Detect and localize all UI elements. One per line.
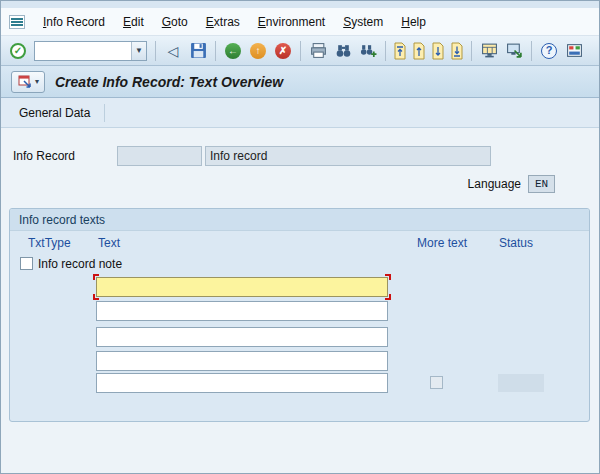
text-input-4[interactable]: [96, 351, 388, 371]
toolbar-separator: [104, 104, 105, 122]
status-display: [498, 374, 544, 392]
text-row-3: [96, 327, 388, 347]
column-header-more-text: More text: [417, 236, 467, 250]
menu-environment[interactable]: Environment: [250, 12, 333, 32]
column-header-txttype: TxtType: [28, 236, 71, 250]
first-page-icon: [392, 42, 408, 60]
menu-bar: Info Record Edit Goto Extras Environment…: [1, 8, 599, 36]
menu-system[interactable]: System: [335, 12, 391, 32]
enter-button[interactable]: ✓: [7, 40, 29, 62]
new-session-button[interactable]: [478, 40, 500, 62]
language-field: EN: [528, 175, 555, 193]
text-input-5[interactable]: [96, 373, 388, 393]
command-input[interactable]: [35, 43, 131, 59]
info-record-note-checkbox[interactable]: [20, 257, 33, 270]
back-button[interactable]: ◁: [162, 40, 184, 62]
info-record-number-field: [117, 146, 202, 166]
toolbar-separator: [155, 41, 156, 61]
help-question-icon: ?: [541, 43, 557, 59]
help-button[interactable]: ?: [538, 40, 560, 62]
menu-info-record[interactable]: Info Record: [35, 12, 113, 32]
title-bar-menu-button[interactable]: ▾: [11, 71, 45, 93]
print-button[interactable]: [307, 40, 329, 62]
save-floppy-icon: [190, 42, 207, 59]
next-page-button[interactable]: [430, 42, 446, 60]
selection-corner: [93, 274, 99, 280]
language-label: Language: [441, 177, 521, 191]
binoculars-plus-icon: [360, 42, 377, 59]
shortcut-icon: [506, 42, 523, 59]
screen-content: Info Record Info record Language EN Info…: [1, 128, 599, 468]
standard-toolbar: ✓ ▼ ◁ ← ↑ ✗: [1, 36, 599, 66]
text-input-3[interactable]: [96, 327, 388, 347]
toolbar-separator: [531, 41, 532, 61]
create-shortcut-button[interactable]: [503, 40, 525, 62]
last-page-button[interactable]: [449, 42, 465, 60]
sap-window: Info Record Edit Goto Extras Environment…: [0, 0, 600, 474]
info-record-note-label: Info record note: [38, 257, 122, 271]
text-row-1: [96, 277, 388, 297]
more-text-checkbox: [430, 376, 443, 389]
menu-extras[interactable]: Extras: [198, 12, 248, 32]
toolbar-separator: [385, 41, 386, 61]
first-page-button[interactable]: [392, 42, 408, 60]
info-record-texts-panel: Info record texts TxtType Text More text…: [9, 208, 590, 422]
enter-check-icon: ✓: [10, 43, 26, 59]
info-record-label: Info Record: [13, 149, 75, 163]
next-page-icon: [430, 42, 446, 60]
back-arrow-icon: ←: [225, 43, 241, 59]
save-button[interactable]: [187, 40, 209, 62]
toolbar-separator: [471, 41, 472, 61]
last-page-icon: [449, 42, 465, 60]
printer-icon: [310, 42, 327, 59]
previous-page-icon: [411, 42, 427, 60]
cancel-button[interactable]: ✗: [272, 40, 294, 62]
window-top-strip: [1, 1, 599, 8]
menu-goto[interactable]: Goto: [154, 12, 196, 32]
text-input-2[interactable]: [96, 301, 388, 321]
selection-corner: [385, 274, 391, 280]
menu-edit[interactable]: Edit: [115, 12, 152, 32]
panel-title: Info record texts: [19, 213, 105, 227]
page-title: Create Info Record: Text Overview: [55, 74, 283, 90]
command-dropdown-icon[interactable]: ▼: [131, 42, 146, 60]
customize-layout-icon: [566, 42, 583, 59]
back-triangle-icon: ◁: [168, 44, 179, 58]
column-header-text: Text: [98, 236, 120, 250]
text-row-5: [96, 373, 388, 393]
screen-icon: [17, 74, 33, 89]
binoculars-icon: [335, 42, 352, 59]
new-session-icon: [481, 42, 498, 59]
system-menu-icon[interactable]: [9, 15, 25, 29]
back-navigation-button[interactable]: ←: [222, 40, 244, 62]
toolbar-separator: [300, 41, 301, 61]
toolbar-separator: [215, 41, 216, 61]
selection-corner: [385, 294, 391, 300]
general-data-button[interactable]: General Data: [13, 102, 96, 124]
text-row-2: [96, 301, 388, 321]
text-row-4: [96, 351, 388, 371]
info-record-description-field: Info record: [205, 146, 491, 166]
find-button[interactable]: [332, 40, 354, 62]
customize-layout-button[interactable]: [563, 40, 585, 62]
screen-title-bar: ▾ Create Info Record: Text Overview: [1, 66, 599, 98]
exit-button[interactable]: ↑: [247, 40, 269, 62]
cancel-x-icon: ✗: [275, 43, 291, 59]
previous-page-button[interactable]: [411, 42, 427, 60]
chevron-down-icon: ▾: [35, 77, 39, 86]
selection-corner: [93, 294, 99, 300]
text-input-1[interactable]: [96, 277, 388, 297]
application-toolbar: General Data: [1, 98, 599, 128]
command-field[interactable]: ▼: [34, 41, 147, 61]
menu-help[interactable]: Help: [393, 12, 434, 32]
exit-arrow-icon: ↑: [250, 43, 266, 59]
find-next-button[interactable]: [357, 40, 379, 62]
column-header-status: Status: [499, 236, 533, 250]
